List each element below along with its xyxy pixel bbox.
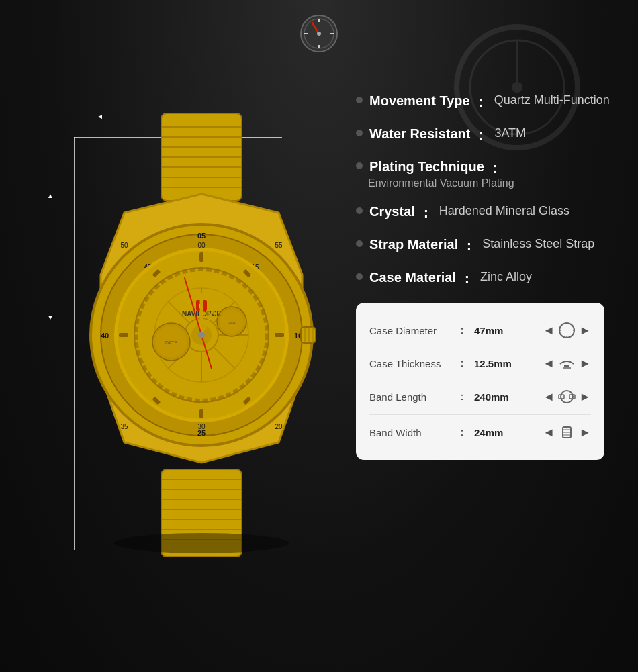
arrow-up-icon: [47, 187, 54, 201]
spec-colon-5: ：: [460, 270, 473, 288]
spec-item-0: Movement Type：Quartz Multi-Function: [356, 93, 611, 111]
bullet-icon: [356, 97, 363, 103]
watch-section: 05 25 40 10 50 55 35 20 30 00 45 15 N A …: [20, 80, 343, 583]
spec-item-5: Case Material：Zinc Alloy: [356, 270, 611, 288]
spec-value-wrap-2: Environmental Vacuum Plating: [368, 177, 611, 189]
spec-label-0: Movement Type: [369, 93, 470, 109]
specs-section: Movement Type：Quartz Multi-FunctionWater…: [356, 80, 611, 460]
thickness-icon: ◄►: [543, 356, 591, 371]
spec-colon-2: ：: [488, 159, 502, 177]
bullet-icon: [356, 207, 363, 214]
arrow-down-icon: [47, 309, 54, 323]
measure-label-1: Case Thickness: [369, 358, 457, 369]
measurements-box: Case Diameter ： 47mm ◄► Case Thickness ：…: [356, 303, 604, 460]
watch-image: 05 25 40 10 50 55 35 20 30 00 45 15 N A …: [74, 107, 329, 563]
spec-colon-4: ：: [462, 237, 475, 255]
spec-colon-0: ：: [474, 93, 488, 111]
header-section: [0, 0, 638, 66]
svg-text:DATE: DATE: [165, 340, 177, 345]
measure-row-1: Case Thickness ： 12.5mm ◄►: [369, 348, 591, 379]
measure-label-3: Band Width: [369, 427, 457, 438]
bullet-icon: [356, 240, 363, 247]
measure-row-2: Band Length ： 240mm ◄►: [369, 379, 591, 415]
svg-point-11: [317, 32, 321, 36]
speedometer-icon: [299, 13, 339, 56]
spec-list: Movement Type：Quartz Multi-FunctionWater…: [356, 93, 611, 288]
measure-row-0: Case Diameter ： 47mm ◄►: [369, 313, 591, 348]
measure-value-1: 12.5mm: [474, 358, 543, 369]
spec-value-1: 3ATM: [494, 126, 526, 140]
svg-rect-84: [119, 333, 128, 337]
spec-colon-1: ：: [474, 126, 488, 144]
bullet-icon: [356, 130, 363, 136]
measure-label-0: Case Diameter: [369, 325, 457, 336]
spec-label-2: Plating Technique: [369, 159, 484, 175]
spec-value-3: Hardened Mineral Glass: [439, 204, 569, 218]
measure-label-2: Band Length: [369, 391, 457, 403]
spec-item-3: Crystal：Hardened Mineral Glass: [356, 204, 611, 222]
bullet-icon: [356, 273, 363, 280]
svg-text:24H: 24H: [228, 321, 235, 325]
spec-item-2: Plating Technique：Environmental Vacuum P…: [356, 159, 611, 189]
svg-point-99: [114, 533, 289, 553]
measure-colon-0: ：: [457, 324, 467, 338]
svg-point-94: [198, 332, 205, 338]
svg-text:55: 55: [275, 242, 283, 249]
measure-row-3: Band Width ： 24mm ◄►: [369, 415, 591, 450]
main-content: 05 25 40 10 50 55 35 20 30 00 45 15 N A …: [0, 66, 638, 597]
svg-text:35: 35: [120, 423, 128, 430]
measure-value-3: 24mm: [474, 427, 543, 438]
spec-label-1: Water Resistant: [369, 126, 470, 142]
svg-point-107: [561, 391, 573, 403]
band-width-icon: ◄►: [543, 423, 591, 442]
spec-label-5: Case Material: [369, 270, 456, 285]
spec-value-5: Zinc Alloy: [480, 270, 532, 284]
measure-colon-3: ：: [457, 426, 467, 440]
spec-value-4: Stainless Steel Strap: [482, 237, 594, 251]
spec-item-1: Water Resistant：3ATM: [356, 126, 611, 144]
bullet-icon: [356, 162, 363, 169]
svg-text:40: 40: [101, 332, 109, 340]
svg-rect-82: [199, 252, 203, 262]
measure-value-2: 240mm: [474, 391, 543, 403]
diameter-icon: ◄►: [543, 321, 591, 340]
svg-point-100: [559, 323, 574, 338]
measure-colon-1: ：: [457, 356, 467, 371]
measure-colon-2: ：: [457, 390, 467, 404]
svg-rect-83: [199, 409, 203, 418]
spec-label-3: Crystal: [369, 204, 415, 220]
band-length-icon: ◄►: [543, 387, 591, 406]
svg-text:50: 50: [120, 242, 128, 249]
svg-text:05: 05: [197, 232, 206, 240]
svg-rect-95: [301, 327, 316, 343]
svg-rect-85: [275, 333, 284, 337]
measure-value-0: 47mm: [474, 325, 543, 336]
spec-label-4: Strap Material: [369, 237, 458, 252]
height-dimension: [47, 187, 54, 323]
spec-colon-3: ：: [419, 204, 432, 222]
spec-value-0: Quartz Multi-Function: [494, 93, 610, 107]
svg-text:20: 20: [275, 423, 283, 430]
spec-item-4: Strap Material：Stainless Steel Strap: [356, 237, 611, 255]
svg-text:30: 30: [197, 423, 206, 430]
